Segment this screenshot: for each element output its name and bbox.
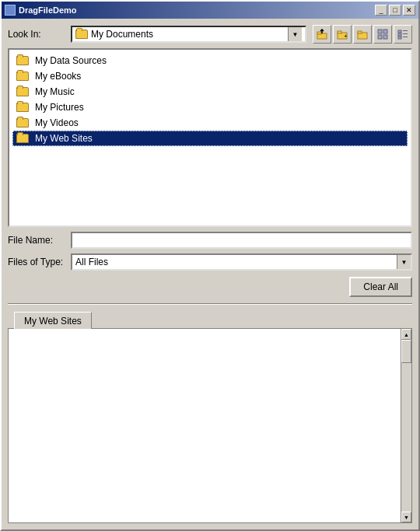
svg-rect-16 bbox=[403, 37, 408, 37]
scroll-down-button[interactable]: ▼ bbox=[401, 512, 411, 522]
delete-button[interactable] bbox=[353, 25, 372, 44]
toolbar-buttons: + bbox=[313, 25, 412, 44]
list-item[interactable]: My Pictures bbox=[12, 100, 408, 115]
title-bar: DragFileDemo _ □ ✕ bbox=[2, 2, 418, 19]
folder-icon bbox=[75, 30, 88, 39]
svg-rect-11 bbox=[398, 30, 401, 33]
tab-my-web-sites[interactable]: My Web Sites bbox=[14, 312, 92, 329]
bottom-fields: File Name: Files of Type: All Files ▼ Cl… bbox=[8, 232, 412, 297]
window-title: DragFileDemo bbox=[19, 5, 77, 15]
svg-rect-15 bbox=[398, 37, 401, 39]
svg-text:+: + bbox=[344, 33, 348, 40]
scrollbar-vertical: ▲ ▼ bbox=[401, 329, 411, 522]
up-folder-button[interactable] bbox=[313, 25, 331, 44]
svg-rect-8 bbox=[383, 30, 387, 33]
file-list[interactable]: My Data Sources My eBooks My Music My Pi… bbox=[8, 48, 412, 227]
tab-bar: My Web Sites bbox=[8, 311, 412, 328]
maximize-button[interactable]: □ bbox=[389, 5, 401, 16]
filetype-dropdown-btn[interactable]: ▼ bbox=[397, 255, 411, 269]
look-in-label: Look In: bbox=[8, 29, 66, 40]
item-name: My Data Sources bbox=[35, 55, 107, 66]
button-row: Clear All bbox=[8, 277, 412, 297]
filename-label: File Name: bbox=[8, 235, 66, 246]
svg-rect-10 bbox=[383, 35, 387, 39]
create-folder-button[interactable]: + bbox=[333, 25, 352, 44]
tab-label: My Web Sites bbox=[24, 316, 82, 327]
svg-rect-13 bbox=[398, 33, 401, 36]
filetype-value: All Files bbox=[72, 257, 397, 267]
tab-content: ▲ ▼ bbox=[8, 328, 412, 523]
title-bar-left: DragFileDemo bbox=[5, 5, 77, 16]
clear-all-button[interactable]: Clear All bbox=[349, 277, 412, 297]
bottom-panel: My Web Sites ▲ ▼ bbox=[8, 311, 412, 523]
filetype-select[interactable]: All Files ▼ bbox=[71, 253, 412, 271]
main-window: DragFileDemo _ □ ✕ Look In: My Documents… bbox=[0, 0, 420, 531]
item-name: My Web Sites bbox=[35, 133, 93, 144]
list-item[interactable]: My Data Sources bbox=[12, 53, 408, 68]
list-item[interactable]: My Videos bbox=[12, 115, 408, 131]
svg-rect-6 bbox=[358, 31, 362, 33]
list-item[interactable]: My eBooks bbox=[12, 68, 408, 84]
filetype-label: Files of Type: bbox=[8, 257, 66, 267]
scrollbar-thumb[interactable] bbox=[401, 340, 411, 363]
scroll-up-button[interactable]: ▲ bbox=[401, 329, 411, 340]
list-item-selected[interactable]: My Web Sites bbox=[12, 131, 408, 146]
filename-input[interactable] bbox=[71, 232, 412, 249]
item-name: My eBooks bbox=[35, 71, 81, 82]
tab-inner[interactable] bbox=[9, 329, 401, 522]
filename-row: File Name: bbox=[8, 232, 412, 249]
folder-icon bbox=[16, 118, 29, 128]
list-view-button[interactable] bbox=[394, 25, 412, 44]
svg-rect-14 bbox=[403, 33, 408, 34]
item-name: My Videos bbox=[35, 117, 79, 128]
window-body: Look In: My Documents ▼ + bbox=[2, 19, 418, 529]
folder-icon bbox=[16, 134, 29, 143]
window-controls: _ □ ✕ bbox=[375, 5, 415, 16]
close-button[interactable]: ✕ bbox=[403, 5, 415, 16]
look-in-combo[interactable]: My Documents ▼ bbox=[71, 26, 306, 43]
top-section: Look In: My Documents ▼ + bbox=[8, 25, 412, 297]
look-in-dropdown-btn[interactable]: ▼ bbox=[288, 27, 302, 41]
divider bbox=[8, 303, 412, 305]
folder-icon bbox=[16, 56, 29, 65]
svg-rect-9 bbox=[378, 35, 382, 39]
folder-icon bbox=[16, 72, 29, 81]
look-in-value: My Documents bbox=[91, 29, 288, 40]
svg-rect-3 bbox=[338, 31, 341, 33]
list-item[interactable]: My Music bbox=[12, 84, 408, 100]
item-name: My Music bbox=[35, 86, 75, 97]
scrollbar-track[interactable] bbox=[401, 340, 411, 512]
look-in-row: Look In: My Documents ▼ + bbox=[8, 25, 412, 44]
item-name: My Pictures bbox=[35, 102, 84, 113]
filetype-row: Files of Type: All Files ▼ bbox=[8, 253, 412, 271]
svg-rect-1 bbox=[317, 32, 321, 34]
folder-icon bbox=[16, 103, 29, 112]
large-icons-button[interactable] bbox=[373, 25, 392, 44]
folder-icon bbox=[16, 87, 29, 96]
app-icon bbox=[5, 5, 16, 16]
minimize-button[interactable]: _ bbox=[375, 5, 387, 16]
svg-rect-7 bbox=[378, 30, 382, 33]
svg-rect-12 bbox=[403, 30, 408, 31]
